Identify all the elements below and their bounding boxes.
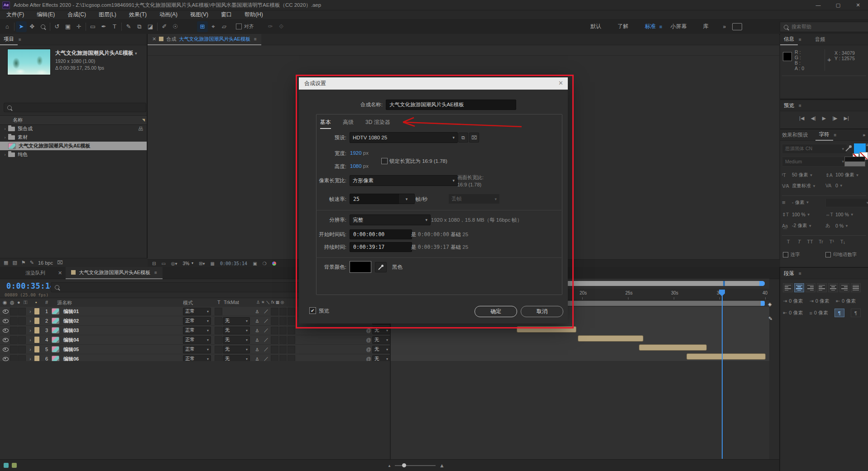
align-button-6[interactable] <box>851 283 861 292</box>
transport-button-0[interactable]: |◀ <box>799 115 804 121</box>
camera-tool-icon[interactable]: ▣ <box>62 21 73 32</box>
workspace-1[interactable]: 了解 <box>609 23 637 30</box>
new-folder-icon[interactable]: ▧ <box>12 260 17 266</box>
visibility-eye-icon[interactable] <box>3 357 9 361</box>
mode-dropdown[interactable]: 正常▾ <box>183 327 211 334</box>
transport-button-3[interactable]: |▶ <box>832 115 837 121</box>
flowchart-icon[interactable]: 品 <box>139 126 143 132</box>
trkmat-dropdown[interactable]: 无▾ <box>223 327 250 334</box>
shy-switch-icon[interactable]: ♙ <box>253 338 262 343</box>
mode-dropdown[interactable]: 正常▾ <box>183 317 211 325</box>
snap-checkbox[interactable] <box>236 24 242 29</box>
leading-control[interactable]: ⇕A100 像素▼ <box>825 172 859 178</box>
shy-switch-icon[interactable]: ♙ <box>253 309 262 314</box>
tab-render-queue[interactable]: 渲染队列 <box>0 270 58 276</box>
spacing-control-0[interactable]: ⇤0 像素 <box>783 309 803 316</box>
world-axis-mode-icon[interactable]: ⌖ <box>208 21 219 32</box>
glasses-icon[interactable]: ◎▾ <box>171 261 177 266</box>
panel-menu-icon[interactable]: ≡ <box>154 270 157 275</box>
project-columns-header[interactable]: 名称 ◥ <box>0 115 147 125</box>
show-snapshot-icon[interactable]: ❍ <box>263 261 267 266</box>
panel-menu-icon[interactable]: ≡ <box>834 133 837 138</box>
t-switch[interactable] <box>215 346 222 353</box>
tsume-control[interactable]: あ0 %▼ <box>825 223 849 229</box>
align-button-1[interactable] <box>794 283 804 292</box>
preview-checkbox[interactable]: ✔ <box>309 307 316 314</box>
visibility-eye-icon[interactable] <box>3 328 9 333</box>
solo-switch[interactable] <box>18 327 26 334</box>
audio-switch[interactable] <box>10 346 18 353</box>
project-row-2[interactable]: 大气文化旅游国潮风片头AE模板 <box>0 142 147 150</box>
tab-audio[interactable]: 音频 <box>811 34 829 45</box>
transport-button-4[interactable]: ▶| <box>844 115 849 121</box>
t-switch[interactable] <box>215 317 222 325</box>
layer-label-chip[interactable] <box>34 308 39 314</box>
height-value[interactable]: 1080 px <box>350 163 369 169</box>
tracking-control[interactable]: VA0▼ <box>825 183 843 188</box>
tab-character[interactable]: 字符 <box>815 129 833 141</box>
audio-switch[interactable] <box>10 308 18 315</box>
dialog-close-icon[interactable]: ✕ <box>558 80 563 86</box>
grid-guides-icon[interactable]: ⊞▾ <box>199 261 205 266</box>
dialog-titlebar[interactable]: 合成设置 <box>299 77 568 90</box>
trkmat-dropdown[interactable]: 无▾ <box>223 336 250 344</box>
start-timecode-field[interactable]: 0:00:00:00 <box>350 229 412 239</box>
font-size-control[interactable]: ᵗT50 像素▼ <box>782 172 813 178</box>
visibility-eye-icon[interactable] <box>3 309 9 314</box>
puppet-pin-tool-icon[interactable]: ☉ <box>170 21 181 32</box>
help-search-input[interactable]: 搜索帮助 <box>780 22 868 32</box>
timeline-layer-row-3[interactable]: ›4编辑04正常▾无▾♙／@无▾ <box>0 335 390 345</box>
background-color-swatch[interactable] <box>350 261 371 273</box>
close-button[interactable]: ✕ <box>848 0 868 10</box>
visibility-eye-icon[interactable] <box>3 347 9 352</box>
shy-switch-icon[interactable]: ♙ <box>253 328 262 333</box>
spacing-control-1[interactable]: ≡0 像素 <box>809 309 828 316</box>
channel-icon[interactable] <box>272 262 276 266</box>
viewer-current-time[interactable]: 0:00:35:14 <box>220 261 247 266</box>
zoom-tool-icon[interactable] <box>38 21 48 32</box>
layer-duration-bar[interactable] <box>578 335 643 342</box>
trkmat-dropdown[interactable]: 无▾ <box>223 317 250 325</box>
lock-aspect-checkbox[interactable] <box>381 158 388 164</box>
switch-box[interactable] <box>271 317 278 325</box>
menu-item-8[interactable]: 帮助(H) <box>238 10 269 19</box>
t-switch[interactable] <box>215 327 222 334</box>
switch-box[interactable] <box>288 317 295 325</box>
menu-item-0[interactable]: 文件(F) <box>0 10 30 19</box>
project-search-input[interactable] <box>4 103 146 112</box>
rotate-tool-icon[interactable]: ↺ <box>52 21 62 32</box>
expand-arrow-icon[interactable]: › <box>26 347 34 352</box>
panel-menu-icon[interactable]: ≡ <box>799 271 801 276</box>
solo-switch[interactable] <box>18 336 26 344</box>
frame-rate-dropdown-icon[interactable]: ▾ <box>398 194 415 204</box>
ligatures-checkbox[interactable]: 连字 <box>783 252 800 258</box>
delete-preset-icon[interactable]: ⌧ <box>469 133 479 143</box>
switch-box[interactable] <box>271 308 278 315</box>
shy-switch-icon[interactable]: ♙ <box>253 357 262 362</box>
menu-item-1[interactable]: 编辑(E) <box>30 10 61 19</box>
interpret-footage-icon[interactable]: ▦ <box>4 260 8 266</box>
pen-tool-icon[interactable]: ✒ <box>98 21 109 32</box>
source-name-column-header[interactable]: 源名称 <box>57 300 72 306</box>
indent-control-0[interactable]: ⇥0 像素 <box>783 298 803 304</box>
pixel-aspect-dropdown[interactable]: 方形像素▾ <box>350 175 458 186</box>
trkmat-column-header[interactable]: TrkMat <box>224 300 239 305</box>
comp-name-field[interactable]: 大气文化旅游国潮风片头AE模板 <box>386 100 516 110</box>
eraser-tool-icon[interactable]: ◪ <box>145 21 156 32</box>
delete-icon[interactable]: ⌧ <box>57 260 63 266</box>
timeline-search-input[interactable] <box>51 282 316 292</box>
preset-dropdown[interactable]: HDTV 1080 25▾ <box>350 132 458 143</box>
vertical-scale-control[interactable]: ⇕T100 %▼ <box>782 212 810 217</box>
switch-box[interactable] <box>288 327 295 334</box>
quality-switch-icon[interactable]: ／ <box>262 327 271 333</box>
caret-down-icon[interactable]: ▾ <box>135 51 137 56</box>
indent-control-1[interactable]: ⇥0 像素 <box>809 298 829 304</box>
quality-switch-icon[interactable]: ／ <box>262 337 271 343</box>
cancel-button[interactable]: 取消 <box>521 306 563 317</box>
workspace-3[interactable]: 小屏幕 <box>662 23 695 30</box>
visibility-eye-icon[interactable] <box>3 338 9 342</box>
stroke-style-dropdown[interactable]: ▾ <box>825 198 868 207</box>
parent-link-icon[interactable]: @ <box>365 347 372 352</box>
new-composition-icon[interactable]: ⚑ <box>21 260 26 266</box>
expand-arrow-icon[interactable]: › <box>26 309 34 314</box>
